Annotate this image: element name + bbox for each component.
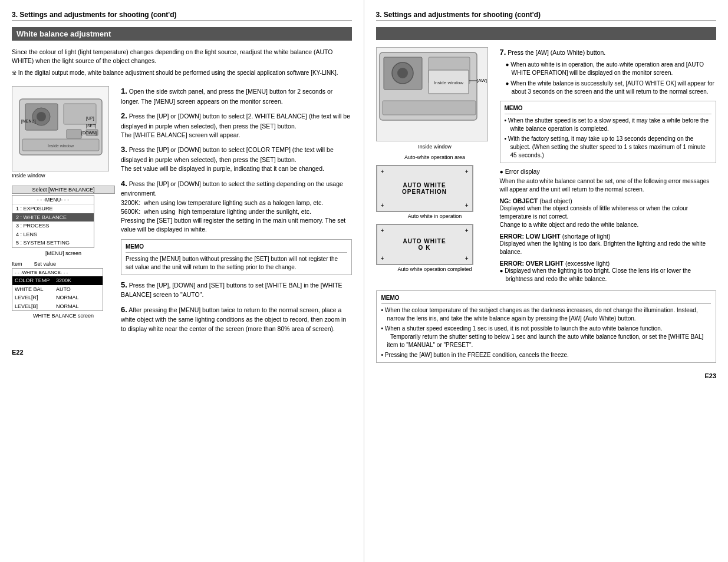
step-4: 4. Press the [UP] or [DOWN] button to se…: [121, 178, 352, 234]
right-page: 3. Settings and adjustments for shooting…: [364, 0, 729, 562]
wb-row-level-b: LEVEL[B]NORMAL: [12, 302, 103, 311]
memo2-title: MEMO: [505, 104, 712, 114]
menu-item-system: 5 : SYSTEM SETTING: [12, 239, 94, 247]
setval-label: Set value: [34, 261, 57, 267]
menu-item-lens: 4 : LENS: [12, 230, 94, 239]
diagram-column: Inside window [MENU] [UP] [SET] [DOWN] I…: [12, 86, 115, 338]
error-display-section: ● Error display When the auto white bala…: [500, 168, 717, 283]
menu-item-exposure: 1 : EXPOSURE: [12, 204, 94, 213]
wb-screen: - - -WHITE BALANCE- - - COLOR TEMP3200K …: [12, 268, 103, 312]
memo1-text: Pressing the [MENU] button without press…: [126, 255, 347, 272]
auto-white-ok-label: Auto white operation completed: [376, 266, 494, 272]
error-display-label: ● Error display: [500, 168, 717, 175]
right-section-header: 3. Settings and adjustments for shooting…: [376, 11, 717, 21]
camera-svg-right: Inside window [AW]: [377, 48, 489, 142]
svg-point-3: [37, 112, 46, 121]
camera-diagram-right: Inside window [AW]: [376, 47, 488, 141]
right-diagram-steps: Inside window [AW] Inside window Auto-wh…: [376, 47, 717, 287]
right-diagram-col: Inside window [AW] Inside window Auto-wh…: [376, 47, 494, 287]
intro-note: ※ In the digital output mode, white bala…: [12, 69, 352, 78]
ok-screen-line2: O K: [403, 244, 446, 251]
step7-bullets: ● When auto white is in operation, the a…: [500, 61, 717, 96]
op-screen-line1: AUTO WHITE: [402, 182, 447, 189]
memo-box-1: MEMO Pressing the [MENU] button without …: [121, 239, 352, 275]
intro-text-1: Since the colour of light (light tempera…: [12, 48, 352, 65]
wb-row-header: - - -WHITE BALANCE- - -: [12, 269, 103, 276]
step-5: 5. Press the [UP], [DOWN] and [SET] butt…: [121, 280, 352, 300]
memo2-bullet2: • With the factory setting, it may take …: [505, 135, 712, 160]
steps-column: 1. Open the side switch panel, and press…: [121, 86, 352, 338]
item-setval-labels: Item Set value: [12, 261, 115, 267]
err-over-bullet: ● Displayed when the lighting is too bri…: [500, 267, 717, 283]
wb-row-level-r: LEVEL[R]NORMAL: [12, 293, 103, 302]
err-low-paren: (shortage of light): [562, 233, 611, 240]
svg-text:[DOWN]: [DOWN]: [81, 131, 97, 135]
step7-num: 7.: [500, 48, 506, 57]
camera-svg: Inside window [MENU] [UP] [SET] [DOWN]: [17, 93, 105, 164]
memo1-title: MEMO: [126, 243, 347, 253]
err-over-paren: (excessive light): [565, 260, 610, 267]
step2-num: 2.: [121, 111, 127, 120]
memo2-bullet1: • When the shutter speed is set to a slo…: [505, 117, 712, 133]
svg-rect-20: [383, 101, 476, 115]
step-1: 1. Open the side switch panel, and press…: [121, 86, 352, 106]
svg-text:Inside window: Inside window: [48, 144, 74, 148]
step3-num: 3.: [121, 145, 127, 154]
err-low-text: Displayed when the lighting is too dark.…: [500, 240, 717, 256]
step-3: 3. Press the [UP] or [DOWN] button to se…: [121, 144, 352, 173]
page-number-left: E22: [12, 349, 24, 356]
left-topic-header: White balance adjustment: [12, 27, 352, 41]
svg-rect-4: [64, 104, 96, 124]
svg-text:[MENU]: [MENU]: [21, 119, 36, 124]
auto-white-operation-screen: + + + + AUTO WHITE OPERATHION: [376, 165, 473, 212]
auto-white-area-label: Auto-white operation area: [376, 154, 494, 160]
wb-screen-wrapper: Item Set value - - -WHITE BALANCE- - - C…: [12, 261, 115, 319]
step3-text: Press the [UP] or [DOWN] button to selec…: [121, 146, 334, 172]
memo3-bullet3: • Pressing the [AW] button in the FREEZE…: [381, 351, 711, 359]
error-display-intro: When the auto white balance cannot be se…: [500, 177, 717, 194]
svg-point-16: [397, 68, 408, 78]
memo-box-2: MEMO • When the shutter speed is set to …: [500, 101, 717, 163]
step4-num: 4.: [121, 179, 127, 188]
memo3-bullet2: • When a shutter speed exceeding 1 sec i…: [381, 325, 711, 349]
step-diagram-area: Inside window [MENU] [UP] [SET] [DOWN] I…: [12, 86, 352, 338]
err-low-block: ERROR: LOW LIGHT (shortage of light) Dis…: [500, 233, 717, 256]
ok-screen-line1: AUTO WHITE: [403, 238, 446, 244]
step4-text: Press the [UP] or [DOWN] button to selec…: [121, 180, 345, 233]
camera-diagram: Inside window [MENU] [UP] [SET] [DOWN]: [12, 86, 109, 171]
left-page: 3. Settings and adjustments for shooting…: [0, 0, 364, 562]
menu-header: - - -MENU- - -: [12, 196, 94, 204]
ng-paren: (bad object): [539, 197, 572, 204]
ng-label: NG: OBJECT: [500, 197, 538, 204]
err-over-label: ERROR: OVER LIGHT: [500, 260, 564, 267]
right-topic-header: [376, 27, 717, 40]
svg-text:[UP]: [UP]: [86, 116, 94, 121]
menu-screen: - - -MENU- - - 1 : EXPOSURE 2 : WHITE BA…: [12, 195, 94, 248]
menu-item-wb: 2 : WHITE BALANCE: [12, 213, 94, 222]
step2-text: Press the [UP] or [DOWN] button to selec…: [121, 113, 350, 138]
step1-text: Open the side switch panel, and press th…: [121, 88, 332, 105]
memo3-title: MEMO: [381, 294, 711, 304]
svg-text:[AW]: [AW]: [477, 78, 487, 83]
wb-screen-caption: WHITE BALANCE screen: [12, 313, 115, 319]
auto-white-ok-screen: + + + + AUTO WHITE O K: [376, 224, 473, 265]
item-label: Item: [12, 261, 22, 267]
svg-text:[SET]: [SET]: [86, 124, 97, 128]
inside-window-label: Inside window: [12, 173, 115, 178]
wb-row-white-bal: WHITE BALAUTO: [12, 285, 103, 294]
menu-screen-wrapper: Select [WHITE BALANCE] - - -MENU- - - 1 …: [12, 186, 115, 256]
menu-select-label: Select [WHITE BALANCE]: [12, 186, 115, 194]
svg-rect-5: [67, 130, 81, 138]
auto-white-op-label: Auto white in operation: [376, 213, 494, 219]
svg-text:Inside window: Inside window: [433, 80, 463, 85]
ng-object-block: NG: OBJECT (bad object) Displayed when t…: [500, 197, 717, 229]
step6-text: After pressing the [MENU] button twice t…: [121, 306, 346, 332]
menu-item-process: 3 : PROCESS: [12, 222, 94, 230]
memo3-bullet1: • When the colour temperature of the sub…: [381, 306, 711, 323]
ng-text: Displayed when the object consists of li…: [500, 204, 717, 229]
err-over-block: ERROR: OVER LIGHT (excessive light) ● Di…: [500, 260, 717, 283]
op-screen-line2: OPERATHION: [402, 189, 447, 195]
inside-window-right-label: Inside window: [376, 144, 494, 150]
step7-bullet2: ● When the white balance is successfully…: [506, 80, 717, 96]
step1-num: 1.: [121, 87, 127, 95]
